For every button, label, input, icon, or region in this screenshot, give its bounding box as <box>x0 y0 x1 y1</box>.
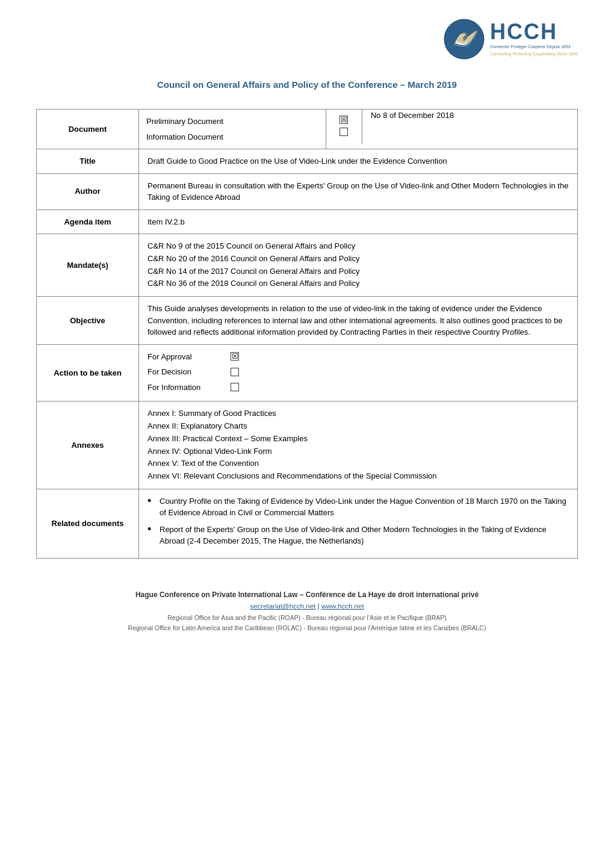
annexes-row: Annexes Annex I: Summary of Good Practic… <box>37 401 578 489</box>
objective-content: This Guide analyses developments in rela… <box>139 297 578 345</box>
annex-item-3: Annex IV: Optional Video-Link Form <box>147 445 569 458</box>
action-checkbox-1 <box>231 368 239 376</box>
action-checkbox-0: ☒ <box>231 352 239 361</box>
logo-sub-fr: Connecter Protéger Coopérer Depuis 1893 <box>490 44 570 50</box>
doc-number-text: No 8 of December 2018 <box>371 110 454 122</box>
agenda-row: Agenda item Item IV.2.b <box>37 209 578 234</box>
footer-hague-bold: Hague Conference on Private Internationa… <box>135 591 479 599</box>
document-left: Preliminary Document Information Documen… <box>139 110 326 149</box>
annex-item-2: Annex III: Practical Context – Some Exam… <box>147 433 569 445</box>
title-label: Title <box>37 149 139 174</box>
related-list: •Country Profile on the Taking of Eviden… <box>147 495 569 547</box>
page-title: Council on General Affairs and Policy of… <box>157 78 457 91</box>
annex-item-5: Annex VI: Relevant Conclusions and Recom… <box>147 470 569 483</box>
footer-links: secretariat@hcch.net | www.hcch.net <box>128 601 486 613</box>
document-number: No 8 of December 2018 <box>362 110 577 122</box>
action-content: For Approval☒For DecisionFor Information <box>139 344 578 401</box>
mandates-row: Mandate(s) C&R No 9 of the 2015 Council … <box>37 234 578 297</box>
action-item-label-0: For Approval <box>147 351 226 363</box>
action-checkbox-2 <box>231 383 239 391</box>
mandate-line-2: C&R No 14 of the 2017 Council on General… <box>147 265 569 278</box>
footer-website[interactable]: www.hcch.net <box>321 603 364 610</box>
footer-main: Hague Conference on Private Internationa… <box>128 589 486 601</box>
action-item-1: For Decision <box>147 366 569 378</box>
agenda-label: Agenda item <box>37 209 139 234</box>
mandate-lines: C&R No 9 of the 2015 Council on General … <box>147 240 569 290</box>
hcch-logo-icon <box>443 18 485 60</box>
objective-label: Objective <box>37 297 139 345</box>
annex-item-1: Annex II: Explanatory Charts <box>147 420 569 433</box>
logo-box: HCCH Connecter Protéger Coopérer Depuis … <box>443 18 578 60</box>
footer-regional2: Regional Office for Latin America and th… <box>128 623 486 633</box>
annexes-label: Annexes <box>37 401 139 489</box>
document-checkboxes: ☒ <box>326 110 362 144</box>
title-content: Draft Guide to Good Practice on the Use … <box>139 149 578 174</box>
author-label: Author <box>37 173 139 209</box>
action-item-0: For Approval☒ <box>147 351 569 363</box>
mandate-line-1: C&R No 20 of the 2016 Council on General… <box>147 253 569 265</box>
footer: Hague Conference on Private Internationa… <box>128 589 486 633</box>
annexes-content: Annex I: Summary of Good PracticesAnnex … <box>139 401 578 489</box>
annex-item-0: Annex I: Summary of Good Practices <box>147 408 569 420</box>
mandate-line-3: C&R No 36 of the 2018 Council on General… <box>147 277 569 290</box>
document-label: Document <box>37 110 139 149</box>
action-grid: For Approval☒For DecisionFor Information <box>147 351 569 395</box>
info-label: Information Document <box>146 131 318 143</box>
logo-text-block: HCCH Connecter Protéger Coopérer Depuis … <box>490 21 578 57</box>
related-label: Related documents <box>37 489 139 558</box>
related-item-1: •Report of the Experts' Group on the Use… <box>147 524 569 547</box>
main-table: Document Preliminary Document Informatio… <box>36 109 578 559</box>
title-row: Title Draft Guide to Good Practice on th… <box>37 149 578 174</box>
action-item-label-1: For Decision <box>147 366 226 378</box>
action-label: Action to be taken <box>37 344 139 401</box>
objective-row: Objective This Guide analyses developmen… <box>37 297 578 345</box>
author-content: Permanent Bureau in consultation with th… <box>139 173 578 209</box>
annexes-list: Annex I: Summary of Good PracticesAnnex … <box>147 408 569 483</box>
action-item-2: For Information <box>147 382 569 394</box>
prelim-checkbox: ☒ <box>340 116 348 124</box>
annex-item-4: Annex V: Text of the Convention <box>147 457 569 470</box>
mandates-content: C&R No 9 of the 2015 Council on General … <box>139 234 578 297</box>
document-inner: Preliminary Document Information Documen… <box>139 110 577 149</box>
author-row: Author Permanent Bureau in consultation … <box>37 173 578 209</box>
related-item-0: •Country Profile on the Taking of Eviden… <box>147 495 569 519</box>
mandate-line-0: C&R No 9 of the 2015 Council on General … <box>147 240 569 253</box>
action-row: Action to be taken For Approval☒For Deci… <box>37 344 578 401</box>
action-item-label-2: For Information <box>147 382 226 394</box>
footer-regional1: Regional Office for Asia and the Pacific… <box>128 613 486 623</box>
footer-email[interactable]: secretariat@hcch.net <box>250 603 315 610</box>
agenda-content: Item IV.2.b <box>139 209 578 234</box>
document-row: Document Preliminary Document Informatio… <box>37 110 578 149</box>
related-item-text-1: Report of the Experts' Group on the Use … <box>160 524 569 547</box>
related-row: Related documents •Country Profile on th… <box>37 489 578 558</box>
logo-hcch-text: HCCH <box>490 21 557 43</box>
page: HCCH Connecter Protéger Coopérer Depuis … <box>0 0 614 868</box>
prelim-label: Preliminary Document <box>146 116 318 128</box>
document-content: Preliminary Document Information Documen… <box>139 110 578 149</box>
bullet-dot-1: • <box>147 524 156 536</box>
logo-sub-en: Connecting Protecting Cooperating Since … <box>490 51 578 57</box>
related-item-text-0: Country Profile on the Taking of Evidenc… <box>160 495 569 519</box>
bullet-dot-0: • <box>147 495 156 507</box>
info-checkbox <box>340 128 348 136</box>
mandates-label: Mandate(s) <box>37 234 139 297</box>
logo-area: HCCH Connecter Protéger Coopérer Depuis … <box>36 18 578 60</box>
related-content: •Country Profile on the Taking of Eviden… <box>139 489 578 558</box>
